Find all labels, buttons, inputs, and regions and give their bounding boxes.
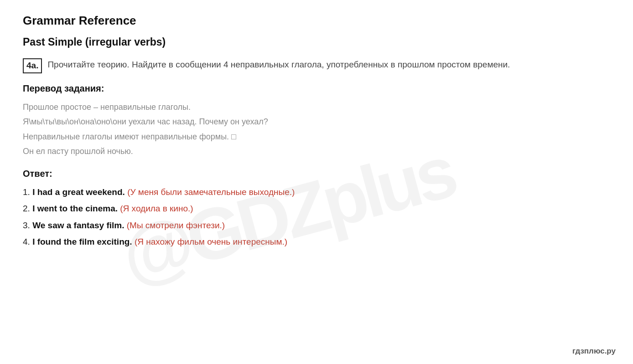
- answer-number: 2.: [23, 204, 32, 213]
- answer-number: 3.: [23, 220, 32, 230]
- task-text: Прочитайте теорию. Найдите в сообщении 4…: [47, 58, 510, 72]
- answer-item-2: 2. I went to the cinema. (Я ходила в кин…: [23, 202, 610, 215]
- answer-heading: Ответ:: [23, 169, 610, 179]
- answer-main: I found the film exciting.: [32, 237, 132, 246]
- translation-line-2: Я\мы\ты\вы\он\она\оно\они уехали час наз…: [23, 115, 610, 129]
- answer-number: 4.: [23, 237, 32, 246]
- section-subtitle: Past Simple (irregular verbs): [23, 36, 610, 48]
- translation-line-1: Прошлое простое – неправильные глаголы.: [23, 100, 610, 114]
- answer-number: 1.: [23, 187, 32, 197]
- gdz-logo: гдзплюс.ру: [572, 347, 616, 356]
- answer-main: I had a great weekend.: [32, 187, 125, 197]
- answer-list: 1. I had a great weekend. (У меня были з…: [23, 185, 610, 249]
- answer-translation: (Мы смотрели фэнтези.): [127, 220, 225, 230]
- answer-translation: (Я нахожу фильм очень интересным.): [135, 237, 287, 246]
- translation-line-4: Он ел пасту прошлой ночью.: [23, 144, 610, 159]
- answer-item-1: 1. I had a great weekend. (У меня были з…: [23, 185, 610, 199]
- answer-main: We saw a fantasy film.: [32, 220, 124, 230]
- translation-line-3: Неправильные глаголы имеют неправильные …: [23, 130, 610, 144]
- answer-main: I went to the cinema.: [32, 204, 118, 213]
- translation-heading: Перевод задания:: [23, 83, 610, 94]
- answer-translation: (У меня были замечательные выходные.): [127, 187, 295, 197]
- answer-translation: (Я ходила в кино.): [120, 204, 193, 213]
- translation-block: Прошлое простое – неправильные глаголы. …: [23, 100, 610, 159]
- answer-item-4: 4. I found the film exciting. (Я нахожу …: [23, 235, 610, 249]
- task-label: 4a.: [23, 58, 42, 73]
- answer-item-3: 3. We saw a fantasy film. (Мы смотрели ф…: [23, 219, 610, 232]
- page-title: Grammar Reference: [23, 14, 610, 28]
- task-block: 4a. Прочитайте теорию. Найдите в сообщен…: [23, 58, 610, 73]
